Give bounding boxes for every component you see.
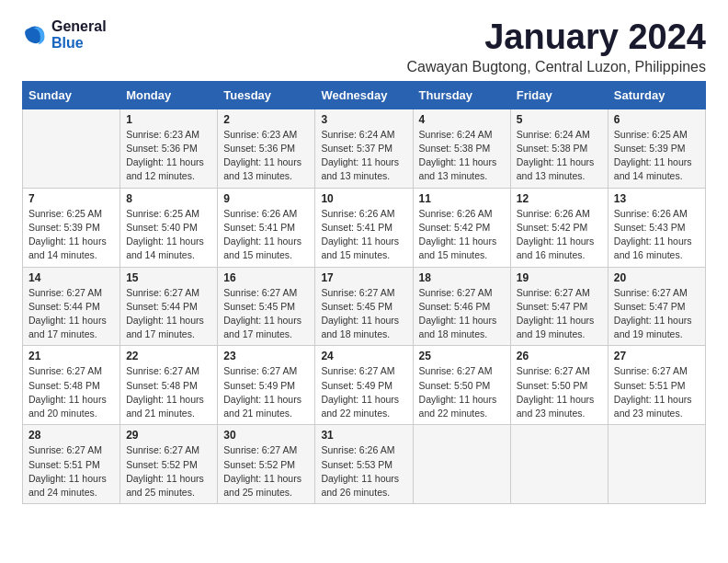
day-info: Sunrise: 6:23 AM Sunset: 5:36 PM Dayligh… <box>223 128 309 184</box>
day-number: 28 <box>28 429 114 442</box>
day-number: 6 <box>614 113 700 126</box>
day-info: Sunrise: 6:26 AM Sunset: 5:42 PM Dayligh… <box>517 207 602 263</box>
calendar-cell <box>413 425 510 504</box>
day-info: Sunrise: 6:25 AM Sunset: 5:39 PM Dayligh… <box>614 128 700 184</box>
day-number: 9 <box>223 192 309 205</box>
day-number: 30 <box>223 429 309 442</box>
week-row-2: 14Sunrise: 6:27 AM Sunset: 5:44 PM Dayli… <box>23 267 706 346</box>
day-number: 13 <box>614 192 700 205</box>
calendar-cell: 26Sunrise: 6:27 AM Sunset: 5:50 PM Dayli… <box>510 346 608 425</box>
day-number: 3 <box>321 113 406 126</box>
calendar-cell: 16Sunrise: 6:27 AM Sunset: 5:45 PM Dayli… <box>218 267 315 346</box>
day-info: Sunrise: 6:27 AM Sunset: 5:50 PM Dayligh… <box>517 364 602 420</box>
calendar-cell: 10Sunrise: 6:26 AM Sunset: 5:41 PM Dayli… <box>315 188 413 267</box>
logo-icon <box>22 22 48 48</box>
day-number: 7 <box>28 192 114 205</box>
calendar-cell: 8Sunrise: 6:25 AM Sunset: 5:40 PM Daylig… <box>120 188 218 267</box>
day-info: Sunrise: 6:27 AM Sunset: 5:52 PM Dayligh… <box>223 443 309 500</box>
day-header-saturday: Saturday <box>608 81 705 109</box>
day-info: Sunrise: 6:24 AM Sunset: 5:37 PM Dayligh… <box>321 128 406 184</box>
calendar-cell: 30Sunrise: 6:27 AM Sunset: 5:52 PM Dayli… <box>218 425 315 504</box>
day-number: 5 <box>517 113 602 126</box>
week-row-0: 1Sunrise: 6:23 AM Sunset: 5:36 PM Daylig… <box>23 109 706 188</box>
calendar-table: SundayMondayTuesdayWednesdayThursdayFrid… <box>22 81 706 504</box>
day-info: Sunrise: 6:27 AM Sunset: 5:49 PM Dayligh… <box>321 364 406 420</box>
week-row-1: 7Sunrise: 6:25 AM Sunset: 5:39 PM Daylig… <box>23 188 706 267</box>
day-info: Sunrise: 6:27 AM Sunset: 5:46 PM Dayligh… <box>419 286 505 342</box>
day-info: Sunrise: 6:24 AM Sunset: 5:38 PM Dayligh… <box>517 128 602 184</box>
day-info: Sunrise: 6:27 AM Sunset: 5:47 PM Dayligh… <box>517 286 602 342</box>
day-number: 12 <box>517 192 602 205</box>
day-number: 22 <box>126 350 211 362</box>
day-number: 8 <box>126 192 211 205</box>
day-header-tuesday: Tuesday <box>218 81 315 109</box>
calendar-cell: 19Sunrise: 6:27 AM Sunset: 5:47 PM Dayli… <box>510 267 608 346</box>
calendar-cell: 17Sunrise: 6:27 AM Sunset: 5:45 PM Dayli… <box>315 267 413 346</box>
day-info: Sunrise: 6:27 AM Sunset: 5:44 PM Dayligh… <box>126 286 211 342</box>
day-number: 2 <box>223 113 309 126</box>
day-info: Sunrise: 6:27 AM Sunset: 5:45 PM Dayligh… <box>223 286 309 342</box>
day-info: Sunrise: 6:25 AM Sunset: 5:40 PM Dayligh… <box>126 207 211 263</box>
calendar-cell: 7Sunrise: 6:25 AM Sunset: 5:39 PM Daylig… <box>23 188 120 267</box>
day-info: Sunrise: 6:27 AM Sunset: 5:50 PM Dayligh… <box>419 364 505 420</box>
day-info: Sunrise: 6:27 AM Sunset: 5:47 PM Dayligh… <box>614 286 700 342</box>
day-number: 15 <box>126 271 211 284</box>
calendar-cell: 22Sunrise: 6:27 AM Sunset: 5:48 PM Dayli… <box>120 346 218 425</box>
day-info: Sunrise: 6:26 AM Sunset: 5:42 PM Dayligh… <box>419 207 505 263</box>
day-number: 19 <box>517 271 602 284</box>
day-info: Sunrise: 6:27 AM Sunset: 5:49 PM Dayligh… <box>223 364 309 420</box>
day-info: Sunrise: 6:26 AM Sunset: 5:41 PM Dayligh… <box>223 207 309 263</box>
header: General Blue January 2024 Cawayan Bugton… <box>22 18 706 75</box>
calendar-cell: 6Sunrise: 6:25 AM Sunset: 5:39 PM Daylig… <box>608 109 705 188</box>
day-info: Sunrise: 6:26 AM Sunset: 5:43 PM Dayligh… <box>614 207 700 263</box>
calendar-cell: 12Sunrise: 6:26 AM Sunset: 5:42 PM Dayli… <box>510 188 608 267</box>
page-title: January 2024 <box>406 18 706 57</box>
calendar-cell: 21Sunrise: 6:27 AM Sunset: 5:48 PM Dayli… <box>23 346 120 425</box>
calendar-cell: 23Sunrise: 6:27 AM Sunset: 5:49 PM Dayli… <box>218 346 315 425</box>
calendar-cell <box>608 425 705 504</box>
calendar-cell: 9Sunrise: 6:26 AM Sunset: 5:41 PM Daylig… <box>218 188 315 267</box>
calendar-cell: 13Sunrise: 6:26 AM Sunset: 5:43 PM Dayli… <box>608 188 705 267</box>
day-number: 18 <box>419 271 505 284</box>
day-number: 27 <box>614 350 700 362</box>
calendar-cell: 28Sunrise: 6:27 AM Sunset: 5:51 PM Dayli… <box>23 425 120 504</box>
calendar-cell: 11Sunrise: 6:26 AM Sunset: 5:42 PM Dayli… <box>413 188 510 267</box>
logo: General Blue <box>22 18 107 52</box>
day-number: 31 <box>321 429 406 442</box>
day-number: 26 <box>517 350 602 362</box>
day-number: 1 <box>126 113 211 126</box>
day-number: 29 <box>126 429 211 442</box>
calendar-cell: 15Sunrise: 6:27 AM Sunset: 5:44 PM Dayli… <box>120 267 218 346</box>
day-number: 24 <box>321 350 406 362</box>
day-header-wednesday: Wednesday <box>315 81 413 109</box>
day-info: Sunrise: 6:24 AM Sunset: 5:38 PM Dayligh… <box>419 128 505 184</box>
week-row-3: 21Sunrise: 6:27 AM Sunset: 5:48 PM Dayli… <box>23 346 706 425</box>
calendar-cell: 18Sunrise: 6:27 AM Sunset: 5:46 PM Dayli… <box>413 267 510 346</box>
day-number: 21 <box>28 350 114 362</box>
day-info: Sunrise: 6:27 AM Sunset: 5:44 PM Dayligh… <box>28 286 114 342</box>
day-number: 16 <box>223 271 309 284</box>
logo-text: General Blue <box>51 18 107 52</box>
calendar-cell <box>23 109 120 188</box>
day-info: Sunrise: 6:27 AM Sunset: 5:51 PM Dayligh… <box>28 443 114 500</box>
calendar-cell: 5Sunrise: 6:24 AM Sunset: 5:38 PM Daylig… <box>510 109 608 188</box>
title-section: January 2024 Cawayan Bugtong, Central Lu… <box>406 18 706 75</box>
day-info: Sunrise: 6:23 AM Sunset: 5:36 PM Dayligh… <box>126 128 211 184</box>
day-number: 20 <box>614 271 700 284</box>
calendar-cell: 29Sunrise: 6:27 AM Sunset: 5:52 PM Dayli… <box>120 425 218 504</box>
day-info: Sunrise: 6:26 AM Sunset: 5:53 PM Dayligh… <box>321 443 406 500</box>
calendar-cell: 14Sunrise: 6:27 AM Sunset: 5:44 PM Dayli… <box>23 267 120 346</box>
day-number: 23 <box>223 350 309 362</box>
calendar-cell: 2Sunrise: 6:23 AM Sunset: 5:36 PM Daylig… <box>218 109 315 188</box>
day-number: 11 <box>419 192 505 205</box>
day-info: Sunrise: 6:27 AM Sunset: 5:48 PM Dayligh… <box>126 364 211 420</box>
day-info: Sunrise: 6:25 AM Sunset: 5:39 PM Dayligh… <box>28 207 114 263</box>
calendar-cell: 24Sunrise: 6:27 AM Sunset: 5:49 PM Dayli… <box>315 346 413 425</box>
calendar-cell <box>510 425 608 504</box>
day-header-sunday: Sunday <box>23 81 120 109</box>
day-info: Sunrise: 6:27 AM Sunset: 5:51 PM Dayligh… <box>614 364 700 420</box>
day-number: 14 <box>28 271 114 284</box>
day-number: 25 <box>419 350 505 362</box>
day-info: Sunrise: 6:27 AM Sunset: 5:45 PM Dayligh… <box>321 286 406 342</box>
calendar-cell: 31Sunrise: 6:26 AM Sunset: 5:53 PM Dayli… <box>315 425 413 504</box>
